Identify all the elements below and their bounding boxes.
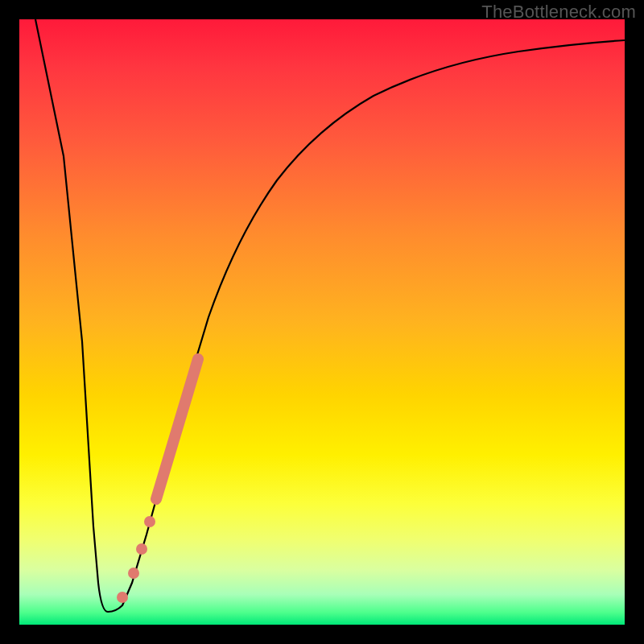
curve-overlay: [19, 19, 625, 625]
plot-area: [19, 19, 625, 625]
highlight-dot: [144, 516, 155, 527]
chart-frame: TheBottleneck.com: [0, 0, 644, 644]
highlight-dot: [136, 543, 147, 555]
bottleneck-curve: [35, 19, 625, 612]
highlight-segment: [156, 359, 198, 499]
highlight-dot: [117, 592, 128, 603]
highlight-dot: [128, 568, 139, 579]
